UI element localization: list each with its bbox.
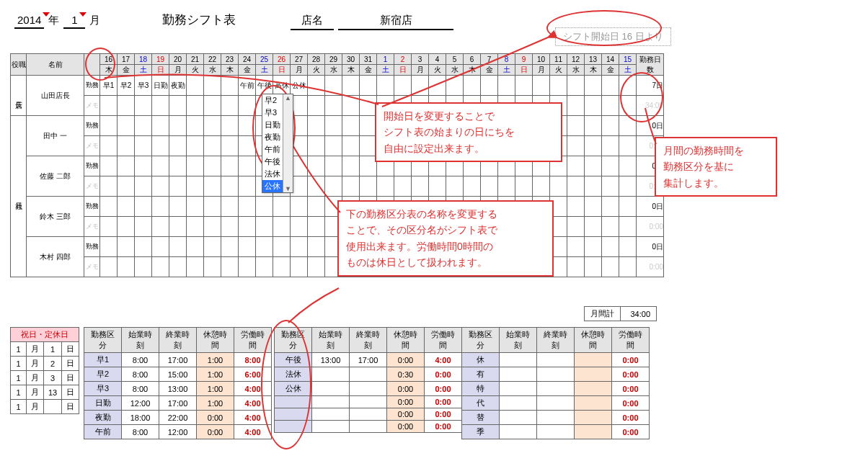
shift-cell[interactable]: [567, 156, 585, 176]
memo-cell[interactable]: [239, 136, 256, 156]
memo-cell[interactable]: [100, 176, 118, 197]
shift-cell[interactable]: [291, 197, 308, 217]
legend-rest[interactable]: [575, 353, 612, 367]
memo-cell[interactable]: [585, 217, 602, 237]
legend-end[interactable]: [350, 367, 387, 382]
shift-cell[interactable]: [325, 76, 342, 96]
memo-cell[interactable]: [256, 257, 273, 277]
memo-cell[interactable]: [308, 257, 325, 277]
memo-cell[interactable]: [308, 136, 325, 156]
legend-end[interactable]: 22:00: [159, 411, 197, 425]
shift-cell[interactable]: [585, 156, 602, 176]
shift-cell[interactable]: [325, 156, 342, 176]
memo-cell[interactable]: [239, 176, 256, 197]
shift-cell[interactable]: [204, 116, 221, 136]
legend-start[interactable]: [312, 367, 350, 382]
shift-cell[interactable]: [256, 237, 273, 257]
memo-cell[interactable]: [169, 136, 187, 156]
shift-cell[interactable]: [239, 156, 256, 176]
shift-cell[interactable]: [273, 237, 291, 257]
memo-cell[interactable]: [550, 176, 567, 197]
shift-type-dropdown[interactable]: 早2早3日勤夜勤午前午後法休公休: [262, 94, 293, 193]
legend-start[interactable]: [500, 396, 537, 411]
memo-cell[interactable]: [481, 176, 498, 197]
shift-cell[interactable]: [464, 76, 481, 96]
shift-cell[interactable]: [100, 116, 118, 136]
legend-rest[interactable]: [575, 425, 612, 439]
memo-cell[interactable]: [221, 176, 239, 197]
legend-name[interactable]: 代: [462, 396, 500, 411]
legend-end[interactable]: [537, 396, 575, 411]
memo-cell[interactable]: [619, 176, 637, 197]
legend-end[interactable]: 17:00: [159, 396, 197, 411]
legend-rest[interactable]: [575, 396, 612, 411]
shift-cell[interactable]: [204, 76, 221, 96]
memo-cell[interactable]: [342, 136, 360, 156]
holiday-cell[interactable]: 3: [44, 371, 62, 385]
legend-start[interactable]: 13:00: [312, 353, 350, 367]
shift-cell[interactable]: [187, 237, 204, 257]
memo-cell[interactable]: [135, 136, 152, 156]
legend-end[interactable]: [537, 367, 575, 382]
legend-rest[interactable]: 0:00: [387, 353, 425, 367]
memo-cell[interactable]: [602, 96, 619, 116]
shift-cell[interactable]: 公休: [291, 76, 308, 96]
shift-cell[interactable]: [100, 197, 118, 217]
shift-cell[interactable]: [308, 116, 325, 136]
legend-start[interactable]: [500, 382, 537, 396]
legend-start[interactable]: 8:00: [122, 425, 159, 439]
shift-cell[interactable]: [342, 156, 360, 176]
shift-cell[interactable]: [360, 116, 377, 136]
memo-cell[interactable]: [221, 257, 239, 277]
legend-name[interactable]: 午前: [84, 425, 122, 439]
shift-cell[interactable]: [169, 116, 187, 136]
shift-cell[interactable]: [239, 116, 256, 136]
shift-cell[interactable]: [394, 76, 412, 96]
shift-cell[interactable]: [221, 76, 239, 96]
memo-cell[interactable]: [152, 176, 169, 197]
legend-start[interactable]: [312, 421, 350, 433]
shift-cell[interactable]: [204, 237, 221, 257]
legend-end[interactable]: 17:00: [159, 353, 197, 367]
memo-cell[interactable]: [100, 136, 118, 156]
memo-cell[interactable]: [239, 96, 256, 116]
shift-cell[interactable]: [221, 237, 239, 257]
legend-start[interactable]: [312, 408, 350, 421]
shift-cell[interactable]: [204, 197, 221, 217]
legend-rest[interactable]: 0:00: [197, 425, 234, 439]
shift-cell[interactable]: [239, 197, 256, 217]
shift-cell[interactable]: [585, 237, 602, 257]
legend-end[interactable]: [350, 396, 387, 408]
shift-cell[interactable]: [550, 76, 567, 96]
memo-cell[interactable]: [187, 257, 204, 277]
legend-rest[interactable]: 1:00: [197, 353, 234, 367]
shift-cell[interactable]: [429, 76, 446, 96]
shift-cell[interactable]: [100, 156, 118, 176]
memo-cell[interactable]: [585, 96, 602, 116]
memo-cell[interactable]: [342, 96, 360, 116]
legend-name[interactable]: 公休: [275, 382, 312, 396]
shift-cell[interactable]: 午後: [256, 76, 273, 96]
shift-cell[interactable]: [602, 237, 619, 257]
memo-cell[interactable]: [273, 257, 291, 277]
memo-cell[interactable]: [308, 96, 325, 116]
memo-cell[interactable]: [118, 257, 135, 277]
legend-rest[interactable]: 0:30: [387, 367, 425, 382]
shift-cell[interactable]: [498, 76, 515, 96]
shift-cell[interactable]: 高休: [273, 76, 291, 96]
shift-cell[interactable]: [152, 156, 169, 176]
shift-cell[interactable]: [619, 76, 637, 96]
memo-cell[interactable]: [291, 257, 308, 277]
shift-cell[interactable]: [152, 237, 169, 257]
shift-cell[interactable]: [360, 76, 377, 96]
memo-cell[interactable]: [585, 136, 602, 156]
memo-cell[interactable]: [360, 176, 377, 197]
memo-cell[interactable]: [602, 217, 619, 237]
memo-cell[interactable]: [239, 257, 256, 277]
legend-rest[interactable]: [575, 367, 612, 382]
memo-cell[interactable]: [169, 257, 187, 277]
shift-cell[interactable]: [567, 116, 585, 136]
legend-name[interactable]: 早3: [84, 382, 122, 396]
shift-cell[interactable]: [567, 197, 585, 217]
memo-cell[interactable]: [360, 96, 377, 116]
